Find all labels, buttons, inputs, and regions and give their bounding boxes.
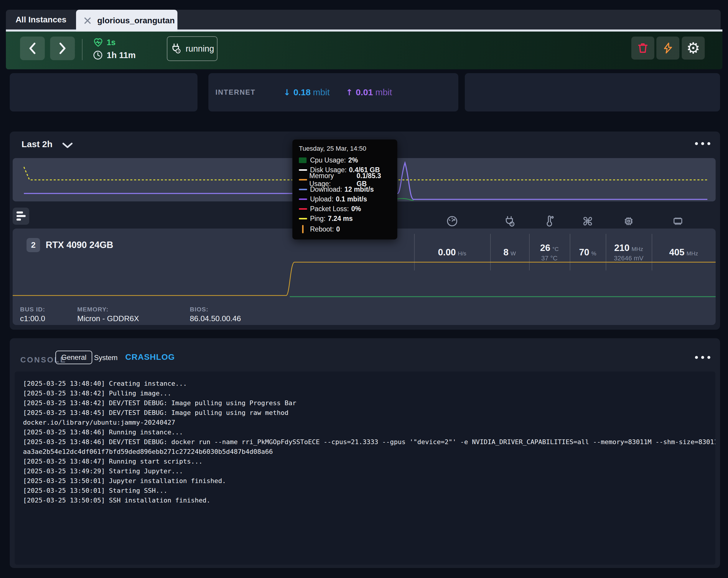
log-line: aa3ae2b54e12dc4df061f7bfd59ded896ebb271c… [23, 447, 715, 456]
chart-menu-button[interactable] [695, 142, 710, 145]
bios-label: BIOS: [190, 306, 208, 313]
upload-swatch [299, 199, 307, 200]
console-log[interactable]: [2025-03-25 13:48:40] Creating instance.… [15, 372, 715, 565]
console-card: CONSOLE General System CRASHLOG [2025-03… [10, 338, 720, 568]
bus-id-label: BUS ID: [20, 306, 45, 313]
temperature-icon [541, 215, 558, 228]
download-value: 0.18 [293, 87, 310, 97]
close-icon[interactable] [83, 16, 92, 25]
log-line: [2025-03-25 13:48:46] DEV/TEST DEBUG: do… [23, 437, 715, 447]
chevron-left-icon [29, 43, 36, 54]
trash-icon [636, 42, 649, 54]
tooltip-row-reboot: Reboot:0 [299, 224, 391, 235]
memory-value: Micron - GDDR6X [77, 314, 139, 323]
upload-arrow-icon: ↑ [346, 87, 353, 97]
internet-card: INTERNET ↓ 0.18 mbit ↑ 0.01 mbit [208, 73, 458, 111]
log-line: [2025-03-25 13:48:40] Creating instance.… [23, 379, 715, 388]
toolbar-divider [82, 39, 82, 60]
power-plug-icon [171, 43, 182, 54]
clock-icon [93, 50, 103, 60]
ping-swatch [299, 218, 307, 219]
log-line: [2025-03-25 13:48:42] Pulling image... [23, 388, 715, 398]
gpu-row[interactable]: 2 RTX 4090 24GB 0.00H/s 8W 26°C 37 °C 70… [13, 229, 716, 325]
tooltip-row-ping: Ping:7.24 ms [299, 214, 391, 224]
chevron-right-icon [59, 43, 66, 54]
prev-instance-button[interactable] [20, 36, 45, 60]
download-arrow-icon: ↓ [284, 87, 290, 97]
console-tab-general[interactable]: General [55, 351, 92, 364]
log-line: [2025-03-25 13:48:45] DEV/TEST DEBUG: Im… [23, 408, 715, 418]
uptime-value: 1h 11m [107, 50, 136, 60]
uptime-stat: 1h 11m [93, 50, 136, 60]
bar-chart-icon [17, 211, 29, 221]
settings-button[interactable]: ⚙ [682, 36, 705, 59]
summary-card-left [10, 73, 198, 111]
log-line: docker.io/library/ubuntu:jammy-20240427 [23, 418, 715, 427]
tab-instance[interactable]: glorious_orangutan [76, 10, 177, 31]
tooltip-row-packet-loss: Packet Loss:0% [299, 204, 391, 214]
instance-toolbar: 1s 1h 11m running ⚙ [6, 31, 722, 69]
log-line: [2025-03-25 13:48:47] Running start scri… [23, 456, 715, 466]
ellipsis-icon [695, 142, 698, 145]
status-badge[interactable]: running [167, 36, 217, 61]
status-label: running [186, 44, 214, 54]
reboot-instance-button[interactable] [656, 36, 679, 59]
memory-clock-icon [669, 215, 687, 228]
gpu-index-badge: 2 [27, 238, 40, 252]
chart-tooltip: Tuesday, 25 Mar, 14:50 Cpu Usage:2% Disk… [292, 140, 397, 240]
speedometer-icon [443, 215, 461, 228]
heartbeat-stat: 1s [93, 37, 115, 48]
gpu-gold-line [13, 262, 716, 296]
upload-unit: mbit [375, 87, 392, 97]
gpu-utilization-chart [13, 258, 716, 303]
packet-loss-swatch [299, 208, 307, 210]
download-unit: mbit [313, 87, 330, 97]
internet-row: INTERNET ↓ 0.18 mbit ↑ 0.01 mbit [208, 73, 458, 111]
tab-all-instances[interactable]: All Instances [6, 10, 76, 30]
console-menu-button[interactable] [695, 356, 710, 359]
tooltip-row-upload: Upload:0.1 mbit/s [299, 194, 391, 204]
internet-label: INTERNET [215, 88, 256, 96]
destroy-instance-button[interactable] [631, 36, 654, 59]
memory-swatch [299, 179, 307, 180]
heartbeat-icon [93, 37, 103, 48]
log-line: [2025-03-25 13:50:01] Starting SSH... [23, 486, 715, 496]
cpu-swatch [299, 157, 307, 163]
next-instance-button[interactable] [50, 36, 75, 60]
log-line: [2025-03-25 13:48:42] DEV/TEST DEBUG: Im… [23, 398, 715, 408]
lightning-bolt-icon [662, 42, 674, 54]
tooltip-title: Tuesday, 25 Mar, 14:50 [299, 145, 391, 152]
log-line: [2025-03-25 13:50:01] Jupyter installati… [23, 476, 715, 486]
bus-id-value: c1:00.0 [20, 314, 45, 323]
time-range-dropdown[interactable] [62, 142, 73, 149]
gpu-list-toggle-button[interactable] [13, 208, 29, 225]
time-range-label: Last 2h [22, 139, 52, 149]
heartbeat-value: 1s [107, 38, 115, 47]
summary-card-right [465, 73, 720, 111]
log-line: [2025-03-25 13:49:29] Starting Jupyter..… [23, 466, 715, 476]
fan-icon [579, 215, 597, 228]
bios-value: 86.04.50.00.46 [190, 314, 241, 323]
tooltip-row-memory: Memory Usage:0.1/85.3 GB [299, 175, 391, 184]
gear-icon: ⚙ [686, 41, 700, 56]
console-tab-system[interactable]: System [94, 354, 118, 362]
disk-swatch [299, 169, 307, 171]
gpu-name: RTX 4090 24GB [46, 240, 113, 250]
log-line: [2025-03-25 13:50:05] SSH installation f… [23, 496, 715, 505]
memory-label: MEMORY: [77, 306, 108, 313]
reboot-swatch [302, 225, 304, 233]
tooltip-row-cpu: Cpu Usage:2% [299, 155, 391, 165]
core-clock-icon [620, 215, 638, 228]
power-icon [501, 215, 518, 228]
tab-instance-label: glorious_orangutan [97, 16, 175, 25]
upload-value: 0.01 [356, 87, 373, 97]
download-swatch [299, 189, 307, 190]
ellipsis-icon [695, 356, 698, 359]
tab-all-instances-label: All Instances [16, 15, 67, 24]
crashlog-link[interactable]: CRASHLOG [125, 352, 175, 362]
log-line: [2025-03-25 13:48:46] Running instance..… [23, 427, 715, 437]
